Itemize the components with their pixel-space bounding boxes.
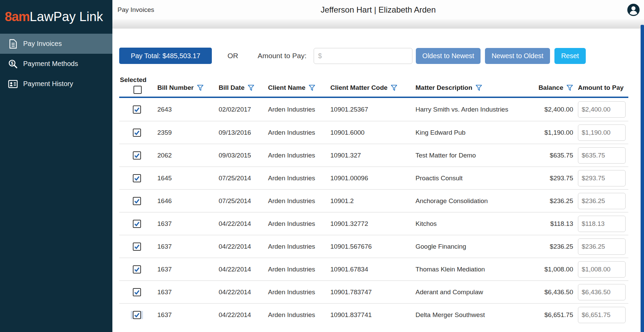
column-header-client-name: Client Name (261, 84, 324, 92)
selected-cell (119, 265, 151, 273)
filter-icon[interactable] (475, 84, 482, 92)
row-amount-input[interactable] (578, 170, 626, 186)
selected-cell (119, 311, 151, 319)
sidebar: 8amLawPay Link Pay Invoices $ Payment Me… (0, 0, 112, 332)
bill-number-cell: 1637 (151, 220, 212, 228)
balance-cell: $1,190.00 (524, 129, 577, 136)
pay-total-button[interactable]: Pay Total: $485,503.17 (119, 48, 212, 64)
filter-icon[interactable] (309, 84, 315, 92)
matter-description-cell: Google Financing (409, 243, 524, 250)
amount-to-pay-label: Amount to Pay: (258, 52, 307, 60)
column-label: Amount to Pay (578, 84, 624, 92)
column-label: Client Matter Code (330, 84, 388, 92)
client-matter-code-cell: 10901.25367 (324, 106, 409, 113)
client-matter-code-cell: 10901.67834 (324, 266, 409, 273)
client-name-cell: Arden Industries (261, 106, 324, 113)
column-header-matter-description: Matter Description (409, 84, 524, 92)
brand-prefix: 8am (5, 10, 30, 24)
row-amount-input[interactable] (578, 238, 626, 255)
balance-cell: $6,436.50 (524, 288, 577, 296)
client-name-cell: Arden Industries (261, 311, 324, 319)
row-checkbox[interactable] (133, 129, 141, 137)
table-row: 163704/22/2014Arden Industries10901.8377… (119, 303, 628, 326)
row-amount-input[interactable] (578, 101, 626, 118)
row-amount-input[interactable] (578, 284, 626, 300)
brand-name: LawPay Link (30, 10, 103, 24)
bill-number-cell: 1637 (151, 311, 212, 319)
amount-to-pay-input[interactable] (314, 48, 412, 64)
row-checkbox[interactable] (133, 311, 141, 319)
column-label: Bill Date (219, 84, 245, 92)
row-amount-input[interactable] (578, 307, 626, 323)
newest-to-oldest-button[interactable]: Newest to Oldest (485, 48, 550, 64)
invoices-table: Selected Bill Number Bill Date Client Na… (119, 76, 628, 326)
amount-cell (577, 193, 628, 209)
selected-cell (119, 197, 151, 205)
client-matter-code-cell: 10901.783747 (324, 288, 409, 296)
sidebar-item-payment-history[interactable]: Payment History (0, 74, 112, 94)
bill-date-cell: 07/25/2014 (212, 197, 261, 205)
balance-cell: $118.13 (524, 220, 577, 228)
svg-text:$: $ (11, 61, 13, 65)
column-header-client-matter-code: Client Matter Code (324, 84, 409, 92)
or-label: OR (227, 52, 238, 60)
sidebar-item-payment-methods[interactable]: $ Payment Methods (0, 54, 112, 74)
balance-cell: $236.25 (524, 197, 577, 205)
user-avatar-icon[interactable] (627, 3, 640, 16)
table-row: 164507/25/2014Arden Industries10901.0009… (119, 166, 628, 189)
column-header-bill-date: Bill Date (212, 84, 261, 92)
balance-cell: $1,008.00 (524, 266, 577, 273)
filter-icon[interactable] (566, 84, 573, 92)
row-checkbox[interactable] (133, 197, 141, 205)
row-amount-input[interactable] (578, 147, 626, 164)
table-row: 163704/22/2014Arden Industries10901.5676… (119, 235, 628, 258)
bill-date-cell: 04/22/2014 (212, 311, 261, 319)
table-row: 235909/13/2016Arden Industries10901.6000… (119, 121, 628, 144)
amount-cell (577, 307, 628, 323)
row-amount-input[interactable] (578, 261, 626, 278)
page-title: Pay Invoices (112, 6, 154, 14)
payment-methods-icon: $ (8, 59, 18, 69)
column-header-balance: Balance (524, 84, 577, 92)
amount-cell (577, 147, 628, 164)
row-checkbox[interactable] (133, 220, 141, 228)
filter-icon[interactable] (248, 84, 254, 92)
invoice-icon (8, 39, 18, 49)
row-checkbox[interactable] (133, 265, 141, 273)
sidebar-item-label: Payment History (23, 80, 73, 88)
row-checkbox[interactable] (133, 174, 141, 182)
matter-description-cell: Proactis Consult (409, 175, 524, 182)
payment-toolbar: Pay Total: $485,503.17 OR Amount to Pay:… (119, 48, 644, 64)
row-amount-input[interactable] (578, 124, 626, 141)
header-divider-band (112, 19, 644, 29)
vertical-scrollbar[interactable] (641, 25, 644, 332)
bill-date-cell: 04/22/2014 (212, 288, 261, 296)
column-header-selected: Selected (119, 76, 151, 94)
bill-number-cell: 1637 (151, 266, 212, 273)
balance-cell: $236.25 (524, 243, 577, 250)
matter-description-cell: Test Matter for Demo (409, 152, 524, 159)
oldest-to-newest-button[interactable]: Oldest to Newest (416, 48, 481, 64)
balance-cell: $6,651.75 (524, 311, 577, 319)
row-checkbox[interactable] (133, 151, 141, 160)
selected-cell (119, 174, 151, 182)
filter-icon[interactable] (391, 84, 397, 92)
bill-number-cell: 2359 (151, 129, 212, 136)
row-checkbox[interactable] (133, 105, 141, 114)
select-all-checkbox[interactable] (133, 86, 142, 94)
content-area: Pay Total: $485,503.17 OR Amount to Pay:… (112, 29, 644, 332)
sidebar-item-pay-invoices[interactable]: Pay Invoices (0, 34, 112, 54)
row-checkbox[interactable] (133, 243, 141, 251)
row-amount-input[interactable] (578, 216, 626, 232)
column-label: Matter Description (415, 84, 472, 92)
selected-cell (119, 288, 151, 296)
bill-number-cell: 2643 (151, 106, 212, 113)
row-checkbox[interactable] (133, 288, 141, 296)
bill-number-cell: 1637 (151, 243, 212, 250)
column-label: Bill Number (157, 84, 194, 92)
row-amount-input[interactable] (578, 193, 626, 209)
payment-history-icon (8, 79, 18, 89)
reset-button[interactable]: Reset (554, 48, 586, 64)
filter-icon[interactable] (197, 84, 204, 92)
table-header-row: Selected Bill Number Bill Date Client Na… (119, 76, 628, 98)
